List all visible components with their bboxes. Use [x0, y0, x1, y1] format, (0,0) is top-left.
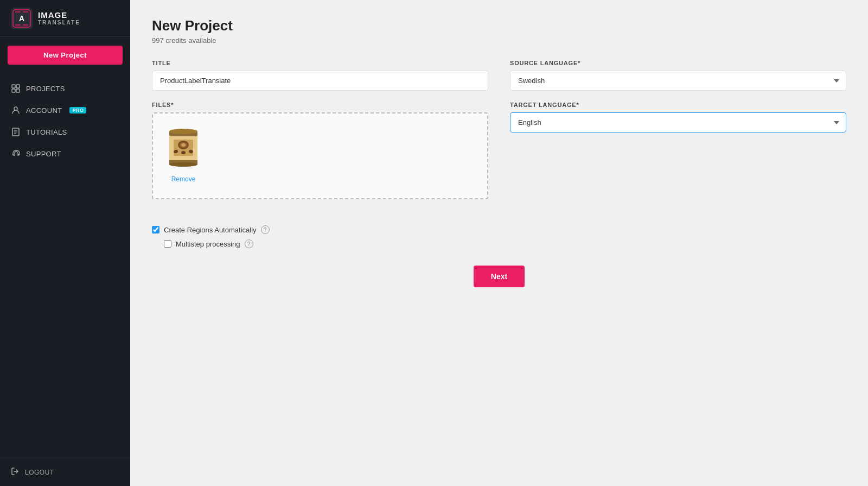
files-label: FILES*: [152, 102, 488, 108]
logout-icon: [11, 467, 20, 477]
source-language-select[interactable]: Swedish English French German Spanish: [510, 71, 846, 91]
sidebar-item-support[interactable]: SUPPORT: [0, 143, 130, 165]
logout-label: LOGOUT: [25, 469, 54, 476]
sidebar-item-tutorials[interactable]: TUTORIALS: [0, 121, 130, 143]
sidebar-item-projects[interactable]: PROJECTS: [0, 78, 130, 99]
create-regions-label: Create Regions Automatically: [164, 226, 257, 234]
book-icon: [11, 127, 21, 137]
grid-icon: [11, 84, 21, 93]
svg-rect-17: [18, 154, 19, 155]
logo-translate-label: TRANSLATE: [38, 20, 80, 26]
svg-rect-7: [12, 85, 15, 88]
logo-text: IMAGE TRANSLATE: [38, 11, 80, 26]
next-button[interactable]: Next: [474, 266, 525, 287]
multistep-checkbox[interactable]: [164, 240, 171, 248]
file-thumbnail: Remove: [164, 124, 203, 183]
logout-button[interactable]: LOGOUT: [11, 467, 119, 477]
multistep-row: Multistep processing ?: [152, 239, 846, 248]
source-language-label: SOURCE LANGUAGE*: [510, 60, 846, 66]
multistep-help-icon[interactable]: ?: [245, 239, 253, 248]
svg-point-28: [181, 143, 186, 147]
svg-point-24: [169, 162, 197, 167]
tutorials-label: TUTORIALS: [26, 128, 67, 136]
svg-point-31: [181, 151, 186, 154]
target-language-group: TARGET LANGUAGE* English Swedish French …: [510, 102, 846, 132]
headset-icon: [11, 149, 21, 159]
create-regions-help-icon[interactable]: ?: [261, 225, 270, 234]
sidebar-nav: PROJECTS ACCOUNT PRO TUTORIALS: [0, 73, 130, 458]
svg-rect-10: [16, 89, 20, 92]
new-project-button[interactable]: New Project: [8, 46, 123, 65]
account-label: ACCOUNT: [26, 106, 62, 115]
files-drop-area[interactable]: Remove: [152, 112, 488, 199]
logo-image-label: IMAGE: [38, 11, 80, 20]
pro-badge: PRO: [69, 107, 86, 113]
svg-point-23: [169, 129, 197, 134]
svg-point-11: [14, 107, 17, 110]
files-section: FILES*: [152, 102, 488, 199]
source-language-group: SOURCE LANGUAGE* Swedish English French …: [510, 60, 846, 91]
sidebar-item-account[interactable]: ACCOUNT PRO: [0, 99, 130, 121]
user-icon: [11, 105, 21, 115]
multistep-label: Multistep processing: [176, 240, 240, 248]
logo-icon: A: [11, 8, 33, 29]
product-image: [164, 124, 203, 172]
projects-label: PROJECTS: [26, 85, 65, 93]
app-logo: A IMAGE TRANSLATE: [0, 0, 130, 37]
sidebar: A IMAGE TRANSLATE New Project PROJECTS: [0, 0, 130, 486]
svg-rect-16: [12, 154, 14, 155]
main-content: New Project 997 credits available TITLE …: [130, 0, 868, 486]
remove-file-link[interactable]: Remove: [171, 175, 196, 183]
sidebar-footer: LOGOUT: [0, 458, 130, 486]
page-title: New Project: [152, 17, 846, 34]
svg-text:A: A: [19, 14, 24, 23]
options-section: Create Regions Automatically ? Multistep…: [152, 225, 846, 248]
svg-rect-8: [16, 85, 20, 88]
create-regions-row: Create Regions Automatically ?: [152, 225, 846, 234]
svg-rect-9: [12, 89, 15, 92]
title-label: TITLE: [152, 60, 488, 66]
title-input[interactable]: [152, 71, 488, 91]
title-group: TITLE: [152, 60, 488, 91]
credits-available: 997 credits available: [152, 36, 846, 45]
create-regions-checkbox[interactable]: [152, 226, 159, 233]
support-label: SUPPORT: [26, 150, 61, 158]
target-language-select[interactable]: English Swedish French German Spanish: [510, 112, 846, 132]
target-language-label: TARGET LANGUAGE*: [510, 102, 846, 108]
